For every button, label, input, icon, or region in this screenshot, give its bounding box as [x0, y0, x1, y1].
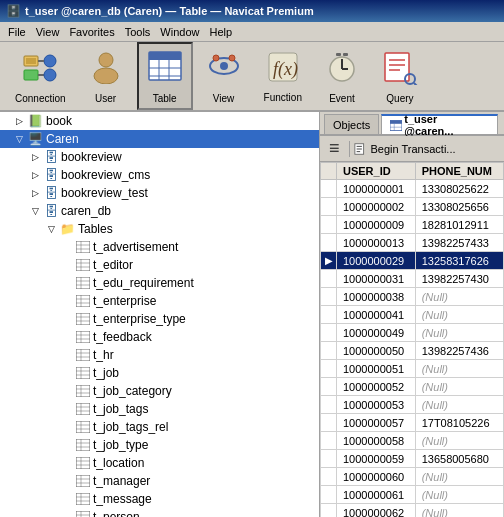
- tree-arrow-book: ▷: [16, 116, 28, 126]
- tab-objects[interactable]: Objects: [324, 114, 379, 134]
- table-row[interactable]: 100000001313982257433: [321, 234, 504, 252]
- tree-label-t-hr: t_hr: [93, 348, 114, 362]
- table-tree-icon: [76, 241, 90, 253]
- tree-item-t-feedback[interactable]: ▷ t_feedback: [0, 328, 319, 346]
- menu-window[interactable]: Window: [156, 25, 203, 39]
- svg-rect-64: [76, 385, 90, 397]
- svg-point-16: [220, 62, 228, 70]
- tree-item-bookreview-cms[interactable]: ▷ 🗄 bookreview_cms: [0, 166, 319, 184]
- begin-transaction-btn[interactable]: Begin Transacti...: [354, 142, 456, 156]
- caren-icon: 🖥️: [28, 132, 43, 146]
- menu-view[interactable]: View: [32, 25, 64, 39]
- cell-user-id: 1000000002: [337, 198, 416, 216]
- svg-rect-32: [76, 241, 90, 253]
- table-row[interactable]: 1000000049(Null): [321, 324, 504, 342]
- cell-user-id: 1000000029: [337, 252, 416, 270]
- table-label: Table: [153, 93, 177, 104]
- tree-item-t-enterprise[interactable]: ▷ t_enterprise: [0, 292, 319, 310]
- menu-file[interactable]: File: [4, 25, 30, 39]
- table-row[interactable]: 1000000060(Null): [321, 468, 504, 486]
- svg-rect-24: [336, 53, 341, 56]
- tree-item-t-message[interactable]: ▷ t_message: [0, 490, 319, 508]
- table-tree-icon: [76, 421, 90, 433]
- tree-item-book[interactable]: ▷ 📗 book: [0, 112, 319, 130]
- tree-item-t-person[interactable]: ▷ t_person: [0, 508, 319, 517]
- table-tree-icon: [76, 385, 90, 397]
- toolbar-connection[interactable]: Connection: [6, 43, 75, 109]
- cell-phone-num: (Null): [415, 396, 503, 414]
- col-arrow-header: [321, 163, 337, 180]
- menu-tools[interactable]: Tools: [121, 25, 155, 39]
- cell-user-id: 1000000053: [337, 396, 416, 414]
- table-row[interactable]: 100000003113982257430: [321, 270, 504, 288]
- tree-item-t-job-type[interactable]: ▷ t_job_type: [0, 436, 319, 454]
- title-text: t_user @caren_db (Caren) — Table — Navic…: [25, 5, 314, 17]
- tree-item-t-location[interactable]: ▷ t_location: [0, 454, 319, 472]
- menu-favorites[interactable]: Favorites: [65, 25, 118, 39]
- toolbar-function[interactable]: f(x) Function: [255, 44, 311, 108]
- tree-item-t-job[interactable]: ▷ t_job: [0, 364, 319, 382]
- tree-item-bookreview[interactable]: ▷ 🗄 bookreview: [0, 148, 319, 166]
- col-user-id-header[interactable]: USER_ID: [337, 163, 416, 180]
- table-row[interactable]: 100000000918281012911: [321, 216, 504, 234]
- tree-item-t-editor[interactable]: ▷ t_editor: [0, 256, 319, 274]
- table-row[interactable]: 1000000058(Null): [321, 432, 504, 450]
- tree-item-bookreview-test[interactable]: ▷ 🗄 bookreview_test: [0, 184, 319, 202]
- tree-item-t-manager[interactable]: ▷ t_manager: [0, 472, 319, 490]
- tree-label-t-job-category: t_job_category: [93, 384, 172, 398]
- table-row[interactable]: 100000005717T08105226: [321, 414, 504, 432]
- svg-point-2: [44, 55, 56, 67]
- tree-item-caren-db[interactable]: ▽ 🗄 caren_db: [0, 202, 319, 220]
- table-row[interactable]: ▶100000002913258317626: [321, 252, 504, 270]
- data-grid[interactable]: USER_ID PHONE_NUM 1000000001133080256221…: [320, 162, 504, 517]
- cell-phone-num: 13658005680: [415, 450, 503, 468]
- table-row[interactable]: 100000005913658005680: [321, 450, 504, 468]
- tree-item-t-enterprise-type[interactable]: ▷ t_enterprise_type: [0, 310, 319, 328]
- table-tree-icon: [76, 313, 90, 325]
- tree-label-t-editor: t_editor: [93, 258, 133, 272]
- table-row[interactable]: 1000000053(Null): [321, 396, 504, 414]
- tree-item-tables-folder[interactable]: ▽ 📁 Tables: [0, 220, 319, 238]
- toolbar-table[interactable]: Table: [137, 42, 193, 110]
- tab-objects-label: Objects: [333, 119, 370, 131]
- tree-item-t-hr[interactable]: ▷ t_hr: [0, 346, 319, 364]
- tree-arrow-caren-db: ▽: [32, 206, 44, 216]
- tree-label-caren: Caren: [46, 132, 79, 146]
- svg-rect-36: [76, 259, 90, 271]
- cell-phone-num: (Null): [415, 306, 503, 324]
- table-row[interactable]: 1000000038(Null): [321, 288, 504, 306]
- tree-item-t-advertisement[interactable]: ▷ t_advertisement: [0, 238, 319, 256]
- tree-arrow-bookreview-test: ▷: [32, 188, 44, 198]
- toolbar-event[interactable]: Event: [315, 44, 369, 109]
- tree-item-t-job-tags-rel[interactable]: ▷ t_job_tags_rel: [0, 418, 319, 436]
- toolbar-view[interactable]: View: [197, 43, 251, 109]
- menu-help[interactable]: Help: [205, 25, 236, 39]
- cell-phone-num: 13982257436: [415, 342, 503, 360]
- table-row[interactable]: 100000000113308025622: [321, 180, 504, 198]
- table-tree-icon: [76, 493, 90, 505]
- tree-item-caren[interactable]: ▽ 🖥️ Caren: [0, 130, 319, 148]
- table-row[interactable]: 1000000041(Null): [321, 306, 504, 324]
- tab-t-user[interactable]: t_user @caren...: [381, 114, 498, 134]
- table-row[interactable]: 100000000213308025656: [321, 198, 504, 216]
- tree-label-t-job: t_job: [93, 366, 119, 380]
- tree-arrow-caren: ▽: [16, 134, 28, 144]
- tree-label-t-edu-requirement: t_edu_requirement: [93, 276, 194, 290]
- toolbar-query[interactable]: Query: [373, 44, 427, 109]
- cell-phone-num: 18281012911: [415, 216, 503, 234]
- table-row[interactable]: 1000000051(Null): [321, 360, 504, 378]
- table-icon: [147, 48, 183, 91]
- table-row[interactable]: 100000005013982257436: [321, 342, 504, 360]
- table-row[interactable]: 1000000052(Null): [321, 378, 504, 396]
- toolbar-user[interactable]: User: [79, 43, 133, 109]
- tree-panel: ▷ 📗 book ▽ 🖥️ Caren ▷ 🗄 bookreview ▷ 🗄 b…: [0, 112, 320, 517]
- tree-item-t-job-tags[interactable]: ▷ t_job_tags: [0, 400, 319, 418]
- tree-item-t-edu-requirement[interactable]: ▷ t_edu_requirement: [0, 274, 319, 292]
- tree-label-t-advertisement: t_advertisement: [93, 240, 178, 254]
- tree-item-t-job-category[interactable]: ▷ t_job_category: [0, 382, 319, 400]
- table-row[interactable]: 1000000062(Null): [321, 504, 504, 518]
- table-row[interactable]: 1000000061(Null): [321, 486, 504, 504]
- objects-menu-btn[interactable]: ≡: [324, 136, 345, 161]
- svg-rect-60: [76, 367, 90, 379]
- col-phone-num-header[interactable]: PHONE_NUM: [415, 163, 503, 180]
